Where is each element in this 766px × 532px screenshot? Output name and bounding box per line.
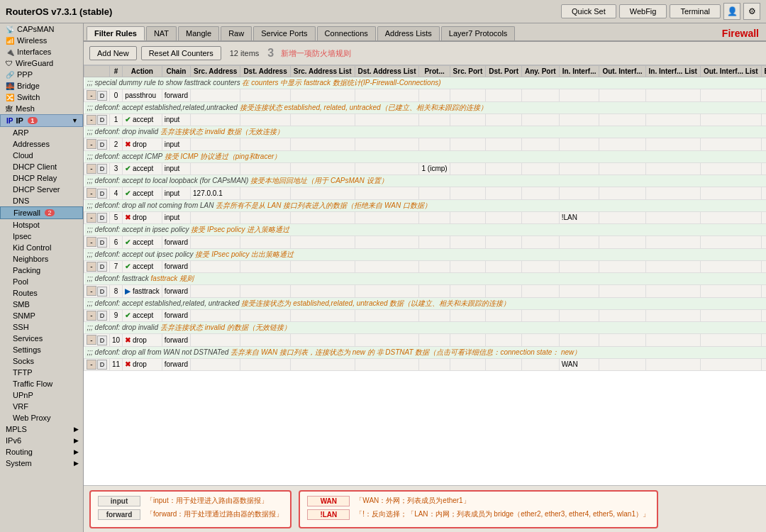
sidebar-item-ipv6[interactable]: IPv6 ▶ bbox=[0, 435, 83, 446]
quickset-button[interactable]: Quick Set bbox=[561, 4, 616, 18]
sidebar-item-packing[interactable]: Packing bbox=[0, 265, 83, 276]
sidebar-item-traffic-flow[interactable]: Traffic Flow bbox=[0, 378, 83, 389]
th-chain[interactable]: Chain bbox=[162, 66, 190, 77]
minus-button[interactable]: - bbox=[87, 262, 96, 272]
sidebar-item-wireguard[interactable]: 🛡 WireGuard bbox=[0, 57, 83, 69]
sidebar-item-ppp[interactable]: 🔗 PPP bbox=[0, 69, 83, 80]
minus-button[interactable]: - bbox=[87, 286, 96, 296]
minus-button[interactable]: - bbox=[87, 213, 96, 223]
th-in-if[interactable]: In. Interf... bbox=[559, 66, 599, 77]
minus-button[interactable]: - bbox=[87, 188, 96, 198]
minus-button[interactable]: - bbox=[87, 335, 96, 345]
disable-button[interactable]: D bbox=[97, 213, 107, 223]
sidebar-item-hotspot[interactable]: Hotspot bbox=[0, 219, 83, 231]
th-out-list[interactable]: Out. Interf... List bbox=[700, 66, 761, 77]
th-out-if[interactable]: Out. Interf... bbox=[599, 66, 645, 77]
sidebar-item-bridge[interactable]: 🌉 Bridge bbox=[0, 80, 83, 92]
table-row[interactable]: -D6✔ acceptforward0 B bbox=[84, 236, 767, 249]
minus-button[interactable]: - bbox=[87, 139, 96, 149]
tab-nat[interactable]: NAT bbox=[146, 26, 177, 40]
sidebar-item-switch[interactable]: 🔀 Switch bbox=[0, 92, 83, 103]
sidebar-item-vrf[interactable]: VRF bbox=[0, 401, 83, 412]
terminal-button[interactable]: Terminal bbox=[670, 4, 721, 18]
disable-button[interactable]: D bbox=[97, 140, 107, 150]
disable-button[interactable]: D bbox=[97, 311, 107, 321]
sidebar-item-neighbors[interactable]: Neighbors bbox=[0, 253, 83, 265]
th-src-addr[interactable]: Src. Address bbox=[191, 66, 240, 77]
sidebar-item-services[interactable]: Services bbox=[0, 333, 83, 344]
table-row[interactable]: -D5✖ dropinput!LAN0 B bbox=[84, 211, 767, 224]
sidebar-item-ip[interactable]: IP IP 1 ▼ bbox=[0, 114, 83, 127]
settings-icon[interactable]: ⚙ bbox=[743, 3, 760, 20]
sidebar-item-upnp[interactable]: UPnP bbox=[0, 389, 83, 401]
table-row[interactable]: -D4✔ acceptinput127.0.0.10 B bbox=[84, 187, 767, 200]
th-dst-list[interactable]: Dst. Address List bbox=[355, 66, 419, 77]
th-num[interactable]: # bbox=[110, 66, 123, 77]
minus-button[interactable]: - bbox=[87, 90, 96, 100]
sidebar-item-smb[interactable]: SMB bbox=[0, 299, 83, 310]
sidebar-item-dns[interactable]: DNS bbox=[0, 195, 83, 206]
th-prot[interactable]: Prot... bbox=[419, 66, 450, 77]
disable-button[interactable]: D bbox=[97, 164, 107, 174]
webfig-button[interactable]: WebFig bbox=[619, 4, 667, 18]
sidebar-item-arp[interactable]: ARP bbox=[0, 127, 83, 138]
sidebar-item-addresses[interactable]: Addresses bbox=[0, 138, 83, 150]
sidebar-item-firewall[interactable]: Firewall 2 bbox=[0, 206, 83, 219]
sidebar-item-cloud[interactable]: Cloud bbox=[0, 150, 83, 161]
minus-button[interactable]: - bbox=[87, 164, 96, 174]
add-new-button[interactable]: Add New bbox=[89, 46, 137, 60]
th-dst-port[interactable]: Dst. Port bbox=[486, 66, 522, 77]
disable-button[interactable]: D bbox=[97, 262, 107, 272]
minus-button[interactable]: - bbox=[87, 237, 96, 247]
table-row[interactable]: -D2✖ dropinput0 B bbox=[84, 138, 767, 151]
sidebar-item-socks[interactable]: Socks bbox=[0, 355, 83, 367]
minus-button[interactable]: - bbox=[87, 360, 96, 370]
sidebar-item-ipsec[interactable]: Ipsec bbox=[0, 231, 83, 242]
th-src-port[interactable]: Src. Port bbox=[450, 66, 486, 77]
sidebar-item-interfaces[interactable]: 🔌 Interfaces bbox=[0, 46, 83, 57]
disable-button[interactable]: D bbox=[97, 115, 107, 125]
tab-layer7[interactable]: Layer7 Protocols bbox=[441, 26, 516, 40]
disable-button[interactable]: D bbox=[97, 238, 107, 248]
tab-mangle[interactable]: Mangle bbox=[178, 26, 219, 40]
sidebar-item-system[interactable]: System ▶ bbox=[0, 458, 83, 469]
table-row[interactable]: -D8▶ fasttrackforward0 B bbox=[84, 285, 767, 298]
table-row[interactable]: -D11✖ dropforwardWAN0 B bbox=[84, 358, 767, 371]
sidebar-item-routing[interactable]: Routing ▶ bbox=[0, 446, 83, 458]
sidebar-item-dhcp-client[interactable]: DHCP Client bbox=[0, 161, 83, 172]
th-bytes[interactable]: Bytes bbox=[761, 66, 766, 77]
minus-button[interactable]: - bbox=[87, 115, 96, 125]
disable-button[interactable]: D bbox=[97, 336, 107, 345]
sidebar-item-dhcp-relay[interactable]: DHCP Relay bbox=[0, 172, 83, 184]
th-dst-addr[interactable]: Dst. Address bbox=[240, 66, 290, 77]
table-row[interactable]: -D0passthrouforward0 B bbox=[84, 89, 767, 102]
sidebar-item-routes[interactable]: Routes bbox=[0, 287, 83, 299]
sidebar-item-mesh[interactable]: 🕸 Mesh bbox=[0, 103, 83, 114]
sidebar-item-dhcp-server[interactable]: DHCP Server bbox=[0, 184, 83, 195]
sidebar-item-mpls[interactable]: MPLS ▶ bbox=[0, 423, 83, 435]
th-in-list[interactable]: In. Interf... List bbox=[645, 66, 700, 77]
sidebar-item-pool[interactable]: Pool bbox=[0, 276, 83, 287]
disable-button[interactable]: D bbox=[97, 189, 107, 199]
sidebar-item-capsman[interactable]: 📡 CAPsMAN bbox=[0, 23, 83, 35]
disable-button[interactable]: D bbox=[97, 360, 107, 370]
table-row[interactable]: -D9✔ acceptforward0 B bbox=[84, 309, 767, 322]
th-any-port[interactable]: Any. Port bbox=[521, 66, 559, 77]
table-row[interactable]: -D10✖ dropforward0 B bbox=[84, 334, 767, 347]
tab-address-lists[interactable]: Address Lists bbox=[377, 26, 440, 40]
sidebar-item-wireless[interactable]: 📶 Wireless bbox=[0, 35, 83, 46]
sidebar-item-kid-control[interactable]: Kid Control bbox=[0, 242, 83, 253]
th-src-list[interactable]: Src. Address List bbox=[290, 66, 355, 77]
sidebar-item-settings[interactable]: Settings bbox=[0, 344, 83, 355]
tab-connections[interactable]: Connections bbox=[317, 26, 376, 40]
tab-filter-rules[interactable]: Filter Rules bbox=[87, 26, 145, 40]
tab-raw[interactable]: Raw bbox=[221, 26, 252, 40]
sidebar-item-snmp[interactable]: SNMP bbox=[0, 310, 83, 321]
th-action[interactable]: Action bbox=[123, 66, 162, 77]
reset-counters-button[interactable]: Reset All Counters bbox=[141, 46, 221, 60]
disable-button[interactable]: D bbox=[97, 91, 107, 101]
table-row[interactable]: -D1✔ acceptinput500.2 bbox=[84, 113, 767, 126]
sidebar-item-ssh[interactable]: SSH bbox=[0, 321, 83, 333]
tab-service-ports[interactable]: Service Ports bbox=[253, 26, 315, 40]
table-row[interactable]: -D3✔ acceptinput1 (icmp)0 B bbox=[84, 162, 767, 175]
